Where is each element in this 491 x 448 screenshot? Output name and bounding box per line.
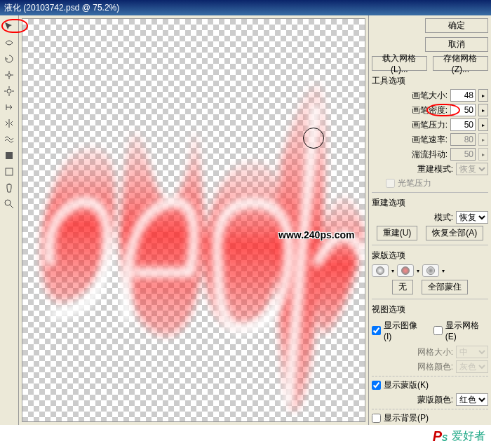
rebuild-mode-label: 重建模式: (417, 163, 453, 175)
titlebar: 液化 (20103742.psd @ 75.2%) (0, 0, 491, 15)
mask-color-select[interactable]: 红色 (456, 393, 488, 406)
brush-rate-arrow: ▸ (478, 133, 488, 146)
page-watermark: PS 爱好者 (427, 425, 491, 448)
svg-point-0 (8, 74, 11, 76)
tool-freeze-mask[interactable] (1, 148, 17, 163)
options-panel: 确定 取消 载入网格(L)... 存储网格(Z)... 工具选项 画笔大小: ▸… (368, 15, 491, 425)
ok-button[interactable]: 确定 (425, 18, 488, 33)
brush-density-input[interactable] (450, 104, 476, 116)
rebuild-mode-select: 恢复 (456, 163, 488, 175)
load-mesh-button[interactable]: 载入网格(L)... (372, 56, 427, 71)
turb-jitter-input (450, 148, 476, 161)
main: www.240ps.com 确定 取消 载入网格(L)... 存储网格(Z)..… (0, 15, 491, 425)
brush-cursor (303, 128, 324, 149)
show-bg-label: 显示背景(P) (384, 412, 429, 424)
tool-reconstruct[interactable] (1, 35, 17, 50)
show-mask-checkbox[interactable] (372, 381, 381, 390)
tool-thaw-mask[interactable] (1, 164, 17, 179)
mask-all-button[interactable]: 全部蒙住 (422, 280, 468, 294)
tool-zoom[interactable] (1, 196, 17, 212)
grid-color-select: 灰色 (456, 360, 488, 373)
svg-rect-2 (6, 152, 13, 159)
tool-forward-warp[interactable] (1, 19, 17, 34)
brush-rate-label: 画笔速率: (412, 134, 448, 146)
show-mask-label: 显示蒙版(K) (384, 379, 429, 391)
tool-push-left[interactable] (1, 100, 17, 115)
brush-pressure-input[interactable] (450, 118, 476, 131)
tool-twirl-cw[interactable] (1, 51, 17, 67)
brush-size-input[interactable] (450, 89, 476, 102)
brush-pressure-label: 画笔压力: (412, 119, 448, 131)
cancel-button[interactable]: 取消 (425, 37, 488, 52)
brush-rate-input (450, 133, 476, 146)
rebuild-button[interactable]: 重建(U) (377, 226, 418, 240)
tool-options-label: 工具选项 (372, 75, 488, 87)
pen-pressure-label: 光笔压力 (398, 177, 431, 189)
grid-color-label: 网格颜色: (417, 361, 453, 373)
brush-size-arrow[interactable]: ▸ (478, 89, 488, 102)
mask-mode-subtract-icon[interactable] (422, 264, 439, 277)
canvas-watermark: www.240ps.com (278, 229, 354, 240)
canvas[interactable]: www.240ps.com (22, 18, 365, 422)
grid-size-select: 中 (456, 346, 488, 358)
mask-mode-add-icon[interactable] (397, 264, 414, 277)
show-bg-checkbox[interactable] (372, 414, 381, 423)
pen-pressure-checkbox (386, 179, 395, 188)
show-grid-label: 显示网格(E) (445, 320, 488, 341)
rebuild-options-label: 重建选项 (372, 197, 488, 209)
view-options-label: 视图选项 (372, 304, 488, 315)
tool-turbulence[interactable] (1, 132, 17, 147)
mask-none-button[interactable]: 无 (392, 280, 413, 294)
restore-all-button[interactable]: 恢复全部(A) (426, 226, 483, 240)
mode-select[interactable]: 恢复 (456, 211, 488, 224)
mask-options-label: 蒙版选项 (372, 250, 488, 262)
svg-rect-3 (6, 168, 13, 175)
save-mesh-button[interactable]: 存储网格(Z)... (433, 56, 488, 71)
show-image-label: 显示图像(I) (384, 320, 424, 341)
svg-point-4 (5, 200, 11, 205)
tool-pucker[interactable] (1, 67, 17, 83)
tool-bloat[interactable] (1, 83, 17, 99)
brush-pressure-arrow[interactable]: ▸ (478, 118, 488, 131)
tool-mirror[interactable] (1, 116, 17, 131)
show-image-checkbox[interactable] (372, 326, 381, 335)
toolbar (0, 15, 19, 425)
brush-density-arrow[interactable]: ▸ (478, 104, 488, 116)
mode-label: 模式: (434, 212, 453, 224)
canvas-area: www.240ps.com (19, 15, 368, 425)
canvas-content (22, 19, 365, 421)
ps-logo: PS (433, 428, 448, 444)
tool-hand[interactable] (1, 180, 17, 196)
watermark-text: 爱好者 (452, 429, 485, 444)
turb-jitter-arrow: ▸ (478, 148, 488, 161)
show-grid-checkbox[interactable] (433, 326, 443, 335)
mask-mode-replace-icon[interactable] (372, 264, 389, 277)
brush-size-label: 画笔大小: (412, 90, 448, 102)
brush-density-label: 画笔密度: (412, 104, 448, 116)
svg-point-1 (7, 89, 11, 93)
grid-size-label: 网格大小: (417, 346, 453, 358)
mask-color-label: 蒙版颜色: (417, 394, 453, 406)
turb-jitter-label: 湍流抖动: (412, 149, 448, 161)
